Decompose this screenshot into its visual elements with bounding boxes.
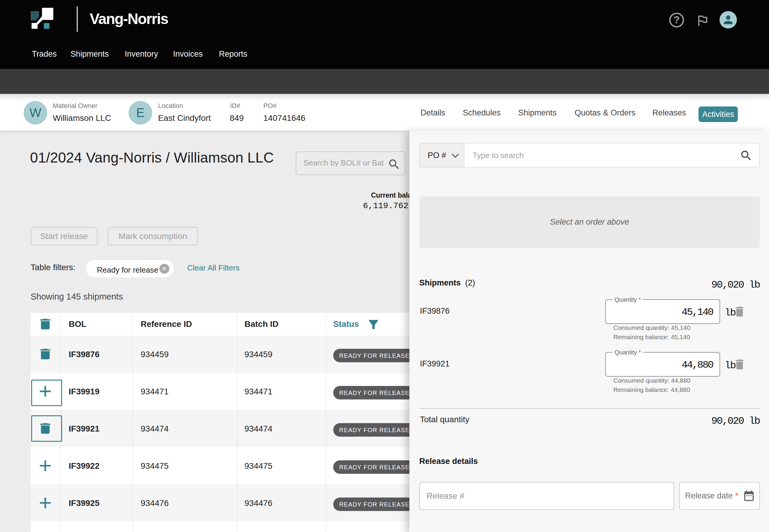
svg-text:?: ? bbox=[673, 14, 680, 25]
